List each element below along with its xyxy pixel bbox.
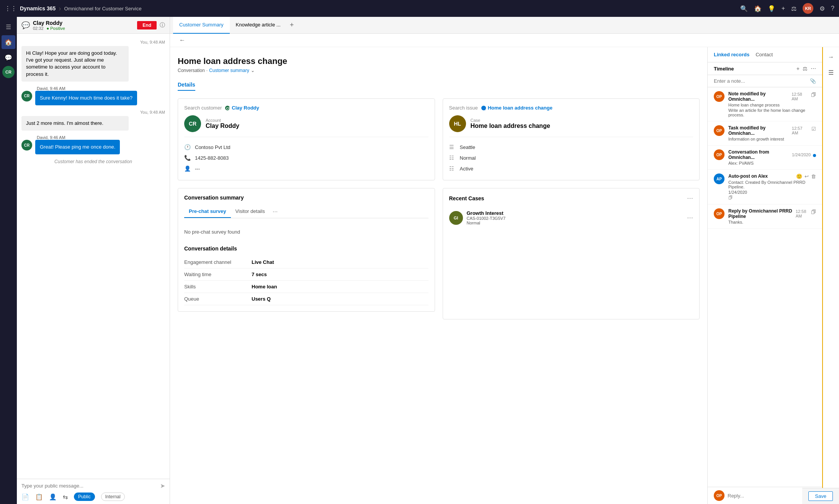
end-button[interactable]: End xyxy=(137,21,157,29)
chat-messages: You, 9:48 AM Hi Clay! Hope your are doin… xyxy=(17,34,170,479)
info-button[interactable]: ⓘ xyxy=(160,22,165,29)
tl-action-1[interactable]: 🗍 xyxy=(811,92,816,98)
chat-sidebar-icon[interactable]: 💬 xyxy=(2,51,15,64)
attach-icon[interactable]: 📎 xyxy=(810,78,816,84)
conv-tab-visitor[interactable]: Visitor details xyxy=(231,205,270,218)
case-item-more[interactable]: ⋯ xyxy=(687,214,693,221)
tl-time-5: 12:58 AM xyxy=(796,209,809,218)
conv-details-list: Engagement channel Live Chat Waiting tim… xyxy=(184,256,428,305)
chat-sentiment: ● Positive xyxy=(47,26,65,31)
save-bar: Save xyxy=(802,488,839,504)
add-icon[interactable]: + xyxy=(782,5,785,12)
tl-avatar-3: OP xyxy=(714,149,725,160)
extra-row: 👤 --- xyxy=(184,163,428,174)
customer-label: Account xyxy=(206,118,239,123)
home-icon[interactable]: 🏠 xyxy=(754,5,762,12)
user-avatar[interactable]: KR xyxy=(803,3,813,14)
contact-tab[interactable]: Contact xyxy=(756,52,773,57)
internal-mode-button[interactable]: Internal xyxy=(101,493,125,501)
tab-customer-summary[interactable]: Customer Summary xyxy=(173,17,230,34)
tl-content-1: Note modified by Omnichan... 12:58 AM 🗍 … xyxy=(728,91,816,117)
case-item-id: CAS-01002-T3G5V7 xyxy=(467,216,684,221)
recent-cases-more[interactable]: ⋯ xyxy=(687,195,693,202)
reply-input[interactable] xyxy=(728,493,806,499)
lightbulb-icon[interactable]: 💡 xyxy=(768,5,775,12)
case-search-row: Search issue 👤 Home loan address change xyxy=(449,105,693,111)
save-button[interactable]: Save xyxy=(808,491,833,501)
recent-cases-header: Recent Cases ⋯ xyxy=(449,195,693,202)
msg-row-4: CR Great! Please ping me once done. xyxy=(21,140,165,154)
conv-details-title: Conversation details xyxy=(184,245,428,252)
tl-dot-3 xyxy=(813,154,816,157)
customer-search-link[interactable]: CR Clay Roddy xyxy=(225,105,259,111)
case-avatar: HL xyxy=(449,115,466,132)
msg-sender-4: David, 9:46 AM xyxy=(37,135,165,140)
reply-btn-4[interactable]: ↩ xyxy=(805,173,809,179)
note-input-row: 📎 xyxy=(708,75,822,87)
tl-item-right-3: 1/24/2020 xyxy=(792,152,816,157)
chat-channel-icon: 💬 xyxy=(21,21,30,29)
tab-knowledge-article[interactable]: Knowledge article ... xyxy=(230,17,287,34)
note-input[interactable] xyxy=(714,78,807,84)
tab-add-button[interactable]: + xyxy=(287,21,297,29)
tab-bar: Customer Summary Knowledge article ... + xyxy=(170,17,839,34)
customer-info-row: CR Account Clay Roddy xyxy=(184,115,428,137)
case-priority: Normal xyxy=(460,155,476,161)
tl-time-2: 12:57 AM xyxy=(792,126,809,135)
linked-records-tab[interactable]: Linked records xyxy=(714,52,749,57)
tl-subtitle-5: Thanks. xyxy=(728,220,816,224)
settings-icon[interactable]: ⚙ xyxy=(819,5,825,12)
public-mode-button[interactable]: Public xyxy=(74,493,95,501)
timeline-add-btn[interactable]: + xyxy=(796,65,800,72)
chat-panel: 💬 Clay Roddy 02:32 ● Positive End ⓘ You,… xyxy=(17,17,170,504)
filter-icon[interactable]: ⚖ xyxy=(791,5,796,12)
app-name[interactable]: Dynamics 365 xyxy=(20,5,56,11)
tl-item-2: OP Task modified by Omnichan... 12:57 AM… xyxy=(708,121,822,146)
tl-avatar-2: OP xyxy=(714,125,725,136)
note-icon[interactable]: 📋 xyxy=(35,493,43,501)
search-customer-label: Search customer xyxy=(184,105,222,111)
case-status-row: ☷ Active xyxy=(449,163,693,174)
contact-icon[interactable]: 👤 xyxy=(49,493,57,501)
msg-timestamp-1: You, 9:48 AM xyxy=(21,40,165,44)
cr-sidebar-avatar[interactable]: CR xyxy=(2,66,15,78)
home-sidebar-icon[interactable]: 🏠 xyxy=(2,35,15,49)
tl-subtitle-2: Information on growth interest xyxy=(728,137,816,141)
send-button[interactable]: ➤ xyxy=(160,482,165,489)
conv-tab-more[interactable]: ⋯ xyxy=(270,206,281,218)
timeline-filter-btn[interactable]: ⚖ xyxy=(803,65,808,72)
transfer-icon[interactable]: ⇆ xyxy=(63,493,68,501)
recent-cases-card: Recent Cases ⋯ GI Growth Interest CAS-01… xyxy=(443,188,700,319)
search-icon[interactable]: 🔍 xyxy=(740,5,748,12)
nav-divider: › xyxy=(59,5,61,13)
delete-btn-4[interactable]: 🗑 xyxy=(811,173,816,179)
emoji-btn-4[interactable]: 🙂 xyxy=(796,173,802,179)
timeline-more-btn[interactable]: ⋯ xyxy=(811,65,816,72)
case-search-link[interactable]: 👤 Home loan address change xyxy=(481,105,553,111)
customer-card: Search customer CR Clay Roddy CR Ac xyxy=(178,98,435,180)
customer-avatar: CR xyxy=(184,115,201,132)
hamburger-menu[interactable]: ☰ xyxy=(2,20,15,34)
collapse-right-btn[interactable]: → xyxy=(824,50,838,64)
tl-item-3: OP Conversation from Omnichan... 1/24/20… xyxy=(708,146,822,170)
conv-tab-prechat[interactable]: Pre-chat survey xyxy=(184,205,231,218)
timeline-items: OP Note modified by Omnichan... 12:58 AM… xyxy=(708,87,822,487)
phone-number: 1425-882-8083 xyxy=(195,155,229,161)
grid-icon[interactable]: ⋮⋮ xyxy=(5,5,17,12)
conv-detail-skills: Skills Home loan xyxy=(184,281,428,293)
location-icon: ☰ xyxy=(449,144,457,150)
tl-item-right-2: 12:57 AM ☑ xyxy=(792,126,816,135)
tab-details[interactable]: Details xyxy=(178,79,195,90)
tl-title-5: Reply by Omnichannel PRRD Pipeline xyxy=(728,208,796,219)
help-icon[interactable]: ? xyxy=(831,5,834,12)
msg-bubble-4: Great! Please ping me once done. xyxy=(35,140,120,154)
chat-input[interactable] xyxy=(21,483,157,489)
case-item-name: Growth Interest xyxy=(467,210,684,216)
emoji-icon[interactable]: 📄 xyxy=(21,493,29,501)
back-button[interactable]: ← xyxy=(176,37,188,43)
case-name: Home loan address change xyxy=(471,123,550,129)
tl-subtitle-3: Alex: PVAWS xyxy=(728,161,816,165)
msg-row-2: CR Sure Kenny! How much time does it tak… xyxy=(21,91,165,105)
list-right-btn[interactable]: ☰ xyxy=(824,65,838,79)
tl-item-right-1: 12:58 AM 🗍 xyxy=(792,92,816,101)
